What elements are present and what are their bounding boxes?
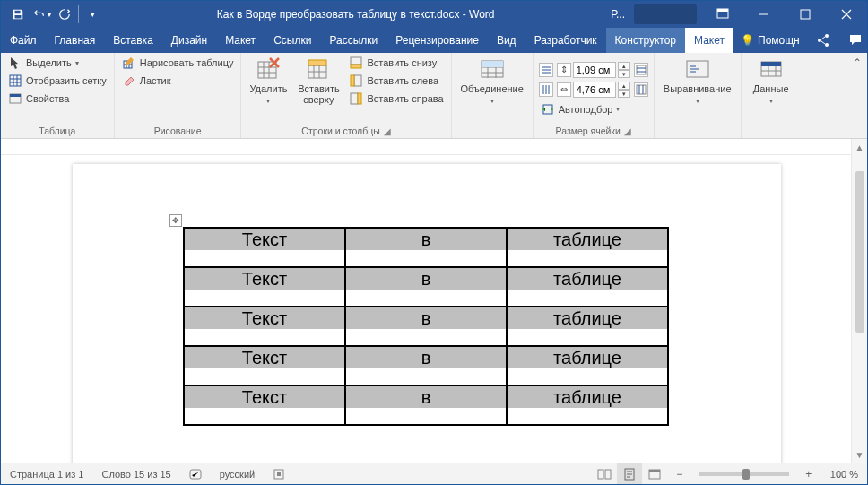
height-down[interactable]: ▾ xyxy=(618,70,630,78)
table-cell[interactable]: таблице xyxy=(507,346,668,385)
autofit-button[interactable]: Автоподбор ▾ xyxy=(539,101,648,117)
cellsize-dialog-launcher[interactable]: ◢ xyxy=(624,126,631,136)
table-cell[interactable]: Текст xyxy=(184,228,345,267)
cell-text[interactable]: таблице xyxy=(508,386,667,408)
table-row[interactable]: Текствтаблице xyxy=(184,228,668,267)
table-cell[interactable]: в xyxy=(345,385,507,425)
user-initial[interactable]: Р... xyxy=(611,8,625,21)
maximize-icon[interactable] xyxy=(785,1,826,28)
tab-view[interactable]: Вид xyxy=(488,28,525,53)
print-layout-button[interactable] xyxy=(617,463,642,484)
cell-text[interactable]: таблице xyxy=(508,268,667,290)
row-height-stepper[interactable]: ⇕ ▴▾ xyxy=(557,62,630,78)
properties-button[interactable]: Свойства xyxy=(6,91,108,107)
scroll-thumb[interactable] xyxy=(855,171,864,333)
cell-text[interactable]: в xyxy=(346,268,506,290)
share-button[interactable] xyxy=(807,33,839,48)
cell-text[interactable]: Текст xyxy=(185,229,344,250)
width-down[interactable]: ▾ xyxy=(618,90,630,98)
scroll-down-icon[interactable]: ▼ xyxy=(852,446,867,463)
horizontal-ruler[interactable] xyxy=(1,139,867,155)
page-indicator[interactable]: Страница 1 из 1 xyxy=(1,463,92,484)
comments-button[interactable] xyxy=(839,33,868,48)
tab-mailings[interactable]: Рассылки xyxy=(320,28,386,53)
cell-text[interactable]: Текст xyxy=(185,386,344,408)
cell-text[interactable]: таблице xyxy=(508,229,667,250)
cell-text[interactable]: таблице xyxy=(508,307,667,329)
tab-home[interactable]: Главная xyxy=(46,28,105,53)
col-width-input[interactable] xyxy=(573,82,616,98)
cell-text[interactable]: в xyxy=(346,229,506,250)
ribbon-options-icon[interactable] xyxy=(702,1,743,28)
delete-button[interactable]: Удалить▾ xyxy=(247,55,290,124)
table-cell[interactable]: в xyxy=(345,346,507,385)
spellcheck-button[interactable] xyxy=(180,463,211,484)
table-row[interactable]: Текствтаблице xyxy=(184,267,668,307)
dist-cols-btn[interactable] xyxy=(634,82,648,97)
tab-layout[interactable]: Макет xyxy=(216,28,265,53)
insert-above-button[interactable]: Вставить сверху xyxy=(293,55,343,124)
col-width-stepper[interactable]: ⇔ ▴▾ xyxy=(557,82,630,98)
zoom-level[interactable]: 100 % xyxy=(821,463,867,484)
zoom-slider-knob[interactable] xyxy=(742,469,750,480)
tab-references[interactable]: Ссылки xyxy=(265,28,320,53)
height-up[interactable]: ▴ xyxy=(618,62,630,70)
document-viewport[interactable]: ✥ ТекствтаблицеТекствтаблицеТекствтаблиц… xyxy=(1,155,851,463)
table-cell[interactable]: таблице xyxy=(507,228,668,267)
tell-me-search[interactable]: 💡 Помощн xyxy=(733,34,807,47)
cell-text[interactable]: Текст xyxy=(185,347,344,368)
undo-icon[interactable]: ▾ xyxy=(30,3,53,26)
tab-design[interactable]: Дизайн xyxy=(162,28,216,53)
table-cell[interactable]: Текст xyxy=(184,346,345,385)
insert-right-button[interactable]: Вставить справа xyxy=(347,91,445,107)
cell-text[interactable]: в xyxy=(346,347,506,368)
table-row[interactable]: Текствтаблице xyxy=(184,346,668,385)
redo-icon[interactable] xyxy=(53,3,76,26)
dist-rows-icon[interactable] xyxy=(539,63,553,77)
cell-text[interactable]: в xyxy=(346,307,506,329)
minimize-icon[interactable] xyxy=(743,1,785,28)
dist-cols-icon[interactable] xyxy=(539,82,553,97)
table-row[interactable]: Текствтаблице xyxy=(184,385,668,425)
save-icon[interactable] xyxy=(6,3,30,26)
tab-review[interactable]: Рецензирование xyxy=(386,28,488,53)
read-mode-button[interactable] xyxy=(592,463,617,484)
insert-left-button[interactable]: Вставить слева xyxy=(347,73,445,89)
word-count[interactable]: Слово 15 из 15 xyxy=(92,463,179,484)
qat-customize-icon[interactable]: ▾ xyxy=(81,3,104,26)
tab-insert[interactable]: Вставка xyxy=(104,28,162,53)
document-table[interactable]: ТекствтаблицеТекствтаблицеТекствтаблицеТ… xyxy=(183,227,669,426)
insert-below-button[interactable]: Вставить снизу xyxy=(347,55,445,71)
draw-table-button[interactable]: Нарисовать таблицу xyxy=(120,55,236,71)
tab-developer[interactable]: Разработчик xyxy=(525,28,606,53)
table-cell[interactable]: Текст xyxy=(184,385,345,425)
select-button[interactable]: Выделить ▾ xyxy=(6,55,108,71)
table-row[interactable]: Текствтаблице xyxy=(184,307,668,346)
merge-button[interactable]: Объединение▾ xyxy=(457,55,527,124)
vertical-scrollbar[interactable]: ▲ ▼ xyxy=(851,139,867,463)
table-cell[interactable]: в xyxy=(345,307,507,346)
row-height-input[interactable] xyxy=(573,62,616,78)
zoom-slider[interactable] xyxy=(699,472,789,476)
cell-text[interactable]: таблице xyxy=(508,347,667,368)
rows-cols-dialog-launcher[interactable]: ◢ xyxy=(384,126,391,136)
table-cell[interactable]: таблице xyxy=(507,307,668,346)
width-up[interactable]: ▴ xyxy=(618,82,630,90)
macro-button[interactable] xyxy=(264,463,294,484)
page[interactable]: ✥ ТекствтаблицеТекствтаблицеТекствтаблиц… xyxy=(73,164,781,463)
eraser-button[interactable]: Ластик xyxy=(120,73,236,89)
table-cell[interactable]: в xyxy=(345,228,507,267)
web-layout-button[interactable] xyxy=(642,463,667,484)
table-cell[interactable]: таблице xyxy=(507,385,668,425)
collapse-ribbon-icon[interactable]: ⌃ xyxy=(853,56,862,69)
alignment-button[interactable]: Выравнивание▾ xyxy=(660,55,735,124)
gridlines-button[interactable]: Отобразить сетку xyxy=(6,73,108,89)
cell-text[interactable]: в xyxy=(346,386,506,408)
close-icon[interactable] xyxy=(826,1,867,28)
tab-table-design[interactable]: Конструктор xyxy=(606,28,685,53)
tab-table-layout[interactable]: Макет xyxy=(685,28,733,53)
zoom-out-button[interactable]: − xyxy=(667,463,692,484)
zoom-in-button[interactable]: + xyxy=(796,463,821,484)
table-cell[interactable]: в xyxy=(345,267,507,307)
cell-text[interactable]: Текст xyxy=(185,307,344,329)
